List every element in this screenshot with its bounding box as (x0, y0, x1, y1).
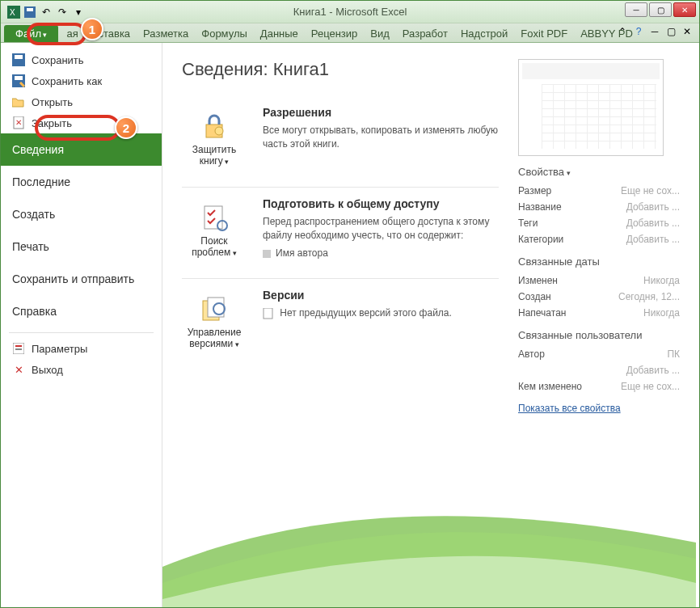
prop-value[interactable]: Добавить ... (626, 217, 680, 229)
tab-home[interactable]: ая (60, 25, 84, 42)
document-thumbnail (518, 59, 664, 156)
prop-key: Автор (518, 348, 545, 360)
close-button[interactable]: ✕ (673, 2, 696, 17)
sidebar-item-print[interactable]: Печать (1, 230, 162, 263)
tab-review[interactable]: Рецензир (305, 25, 365, 42)
sidebar-item-share[interactable]: Сохранить и отправить (1, 263, 162, 295)
minimize-button[interactable]: ─ (625, 2, 647, 17)
info-column: Сведения: Книга1 Защитить книгу Разрешен… (182, 59, 499, 591)
doc-close-icon[interactable]: ✕ (681, 26, 693, 37)
sidebar-item-info[interactable]: Сведения (1, 133, 162, 166)
prop-key: Размер (518, 185, 551, 196)
redo-icon[interactable]: ↷ (56, 6, 69, 19)
folder-open-icon (12, 95, 25, 108)
tab-data[interactable]: Данные (254, 25, 305, 42)
sidebar-item-open[interactable]: Открыть (1, 91, 162, 112)
window-buttons: ─ ▢ ✕ (625, 2, 696, 17)
ribbon-minimize-icon[interactable]: ⌃ (617, 26, 628, 37)
prop-row: Добавить ... (518, 362, 680, 378)
divider (9, 332, 154, 333)
section-title: Подготовить к общему доступу (263, 197, 499, 210)
sidebar-item-new[interactable]: Создать (1, 198, 162, 230)
maximize-button[interactable]: ▢ (649, 2, 672, 17)
tab-foxit[interactable]: Foxit PDF (514, 25, 574, 42)
button-label: Управление версиями (188, 327, 242, 349)
prop-key: Категории (518, 234, 563, 245)
tab-layout[interactable]: Разметка (137, 25, 195, 42)
svg-rect-11 (15, 345, 22, 347)
section-title: Разрешения (263, 106, 499, 119)
exit-icon: ✕ (12, 363, 25, 376)
bullet-item: Имя автора (263, 247, 499, 259)
users-heading: Связанные пользователи (518, 329, 680, 341)
prop-row: Кем измененоЕще не сох... (518, 378, 680, 395)
saveas-icon (12, 74, 25, 87)
undo-icon[interactable]: ↶ (40, 6, 53, 19)
prop-row: ТегиДобавить ... (518, 215, 680, 231)
svg-text:X: X (10, 8, 15, 17)
properties-heading[interactable]: Свойства (518, 166, 680, 178)
excel-icon: X (7, 6, 20, 19)
prop-value[interactable]: Добавить ... (626, 201, 680, 213)
svg-rect-7 (15, 76, 23, 80)
doc-restore-icon[interactable]: ▢ (665, 26, 677, 37)
show-all-properties-link[interactable]: Показать все свойства (518, 403, 621, 414)
qat-dropdown-icon[interactable]: ▾ (72, 6, 85, 19)
sidebar-item-options[interactable]: Параметры (1, 338, 162, 359)
sidebar-item-label: Сохранить (32, 54, 84, 66)
save-icon[interactable] (23, 6, 36, 19)
section-body: Подготовить к общему доступу Перед распр… (263, 197, 499, 264)
sidebar-item-label: Выход (32, 364, 63, 376)
ribbon-tabs: Файл ая Вставка Разметка Формулы Данные … (1, 23, 699, 43)
protect-workbook-button[interactable]: Защитить книгу (182, 106, 247, 172)
svg-rect-12 (15, 348, 22, 350)
manage-versions-button[interactable]: Управление версиями (182, 289, 247, 355)
help-icon[interactable]: ? (633, 26, 644, 37)
svg-rect-15 (205, 206, 222, 229)
properties-panel: Свойства РазмерЕще не сох... НазваниеДоб… (518, 59, 680, 591)
button-label: Поиск проблем (188, 235, 241, 258)
tab-file[interactable]: Файл (4, 25, 58, 42)
prop-row: НапечатанНикогда (518, 305, 680, 321)
svg-rect-3 (27, 8, 33, 11)
section-permissions: Защитить книгу Разрешения Все могут откр… (182, 96, 499, 188)
prop-value[interactable]: Добавить ... (626, 234, 680, 245)
sidebar-item-help[interactable]: Справка (1, 295, 162, 327)
svg-text:✕: ✕ (15, 118, 22, 127)
doc-minimize-icon[interactable]: ─ (649, 26, 660, 37)
check-issues-button[interactable]: Поиск проблем (182, 197, 247, 264)
sidebar-item-save[interactable]: Сохранить (1, 49, 162, 70)
section-prepare: Поиск проблем Подготовить к общему досту… (182, 188, 499, 279)
prop-key: Создан (518, 291, 551, 302)
prop-key: Теги (518, 217, 538, 229)
document-icon (263, 308, 274, 319)
prop-value: Сегодня, 12... (618, 291, 680, 302)
sidebar-item-recent[interactable]: Последние (1, 166, 162, 198)
dates-heading: Связанные даты (518, 255, 680, 268)
prop-row: АвторПК (518, 346, 680, 362)
tab-view[interactable]: Вид (364, 25, 396, 42)
backstage-main: Сведения: Книга1 Защитить книгу Разрешен… (162, 43, 699, 607)
titlebar: X ↶ ↷ ▾ Книга1 - Microsoft Excel ─ ▢ ✕ (1, 1, 699, 23)
section-text: Перед распространением общего доступа к … (263, 215, 499, 243)
section-body: Разрешения Все могут открывать, копирова… (263, 106, 499, 172)
sidebar-item-saveas[interactable]: Сохранить как (1, 70, 162, 91)
prop-key: Напечатан (518, 307, 566, 319)
save-icon (12, 53, 25, 66)
sidebar-item-label: Создать (12, 208, 55, 221)
tab-developer[interactable]: Разработ (396, 25, 454, 42)
sidebar-item-label: Сохранить как (32, 75, 102, 87)
prop-row: КатегорииДобавить ... (518, 231, 680, 247)
prop-row: НазваниеДобавить ... (518, 199, 680, 215)
tab-formulas[interactable]: Формулы (195, 25, 254, 42)
lock-icon (200, 112, 229, 141)
prop-row: РазмерЕще не сох... (518, 183, 680, 199)
svg-rect-5 (15, 55, 23, 59)
tab-insert[interactable]: Вставка (85, 25, 137, 42)
backstage-sidebar: Сохранить Сохранить как Открыть ✕ Закрыт… (1, 43, 162, 607)
sidebar-item-close[interactable]: ✕ Закрыть (1, 112, 162, 133)
sidebar-item-label: Открыть (32, 96, 73, 108)
tab-addins[interactable]: Надстрой (454, 25, 514, 42)
sidebar-item-exit[interactable]: ✕ Выход (1, 359, 162, 380)
prop-value[interactable]: Добавить ... (626, 365, 680, 376)
